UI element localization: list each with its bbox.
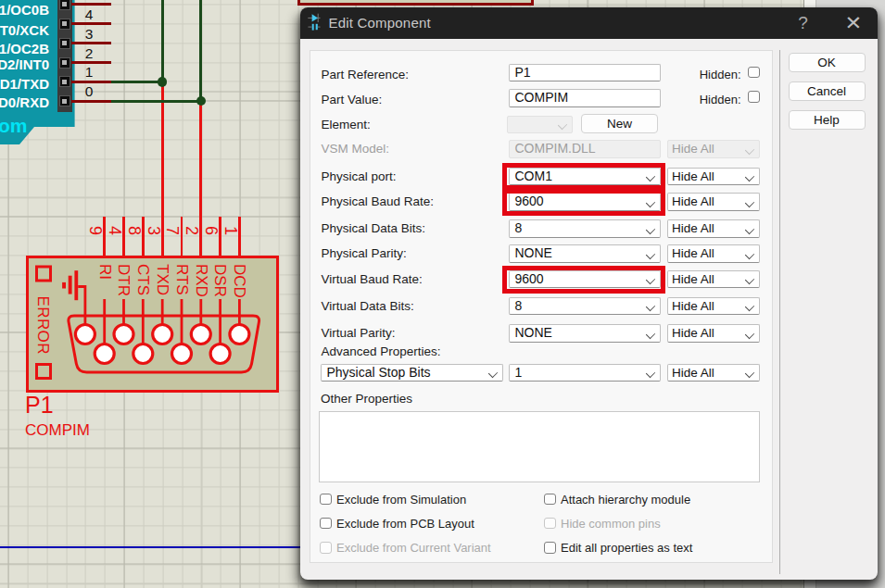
svg-text:3: 3 [145, 226, 163, 235]
svg-text:DCD: DCD [231, 264, 248, 298]
svg-text:6: 6 [202, 226, 221, 235]
svg-text:CTS: CTS [134, 264, 152, 295]
svg-text:1: 1 [221, 226, 240, 235]
svg-text:4: 4 [106, 226, 124, 235]
svg-text:TXD: TXD [154, 264, 171, 295]
svg-text:DSR: DSR [211, 264, 229, 297]
svg-text:ERROR: ERROR [34, 296, 52, 355]
svg-text:DTR: DTR [115, 264, 133, 296]
svg-text:RXD: RXD [193, 264, 210, 297]
svg-text:2: 2 [183, 226, 201, 235]
svg-text:9: 9 [86, 226, 105, 235]
svg-text:7: 7 [163, 226, 182, 235]
svg-text:RI: RI [96, 264, 114, 280]
svg-text:RTS: RTS [173, 264, 191, 295]
svg-text:8: 8 [125, 226, 144, 235]
